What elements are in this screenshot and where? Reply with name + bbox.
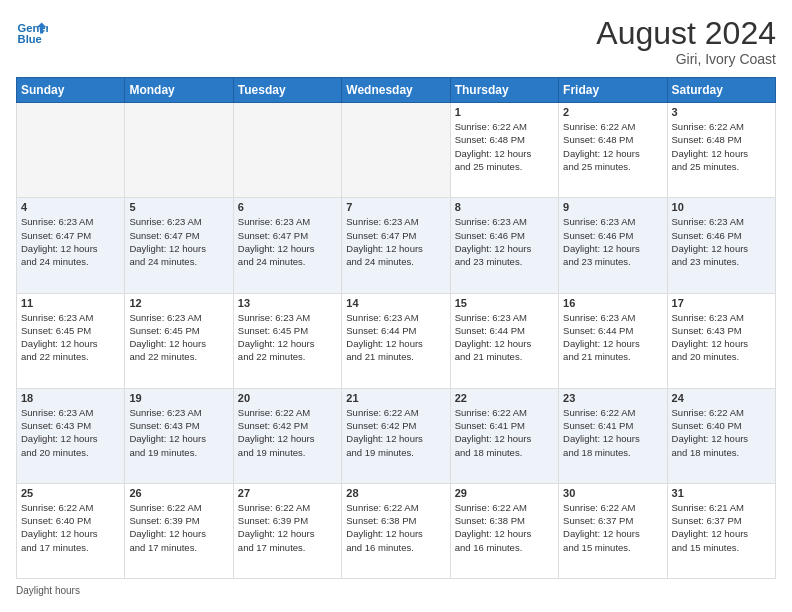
day-info: Sunrise: 6:22 AM Sunset: 6:38 PM Dayligh…: [346, 501, 445, 554]
day-info: Sunrise: 6:22 AM Sunset: 6:41 PM Dayligh…: [455, 406, 554, 459]
day-number: 19: [129, 392, 228, 404]
day-number: 15: [455, 297, 554, 309]
location: Giri, Ivory Coast: [596, 51, 776, 67]
calendar-cell: 29Sunrise: 6:22 AM Sunset: 6:38 PM Dayli…: [450, 483, 558, 578]
calendar-cell: 25Sunrise: 6:22 AM Sunset: 6:40 PM Dayli…: [17, 483, 125, 578]
day-number: 29: [455, 487, 554, 499]
day-info: Sunrise: 6:23 AM Sunset: 6:47 PM Dayligh…: [21, 215, 120, 268]
day-info: Sunrise: 6:23 AM Sunset: 6:43 PM Dayligh…: [672, 311, 771, 364]
calendar-cell: 15Sunrise: 6:23 AM Sunset: 6:44 PM Dayli…: [450, 293, 558, 388]
title-block: August 2024 Giri, Ivory Coast: [596, 16, 776, 67]
calendar-cell: [17, 103, 125, 198]
calendar-cell: [342, 103, 450, 198]
calendar-cell: 18Sunrise: 6:23 AM Sunset: 6:43 PM Dayli…: [17, 388, 125, 483]
day-info: Sunrise: 6:23 AM Sunset: 6:45 PM Dayligh…: [238, 311, 337, 364]
day-number: 20: [238, 392, 337, 404]
day-number: 10: [672, 201, 771, 213]
day-number: 3: [672, 106, 771, 118]
day-info: Sunrise: 6:22 AM Sunset: 6:41 PM Dayligh…: [563, 406, 662, 459]
calendar-cell: 21Sunrise: 6:22 AM Sunset: 6:42 PM Dayli…: [342, 388, 450, 483]
calendar-cell: 5Sunrise: 6:23 AM Sunset: 6:47 PM Daylig…: [125, 198, 233, 293]
day-info: Sunrise: 6:22 AM Sunset: 6:38 PM Dayligh…: [455, 501, 554, 554]
calendar-cell: 8Sunrise: 6:23 AM Sunset: 6:46 PM Daylig…: [450, 198, 558, 293]
calendar-cell: 28Sunrise: 6:22 AM Sunset: 6:38 PM Dayli…: [342, 483, 450, 578]
svg-text:General: General: [18, 22, 48, 34]
day-info: Sunrise: 6:22 AM Sunset: 6:48 PM Dayligh…: [672, 120, 771, 173]
day-info: Sunrise: 6:23 AM Sunset: 6:46 PM Dayligh…: [455, 215, 554, 268]
calendar-cell: [233, 103, 341, 198]
day-info: Sunrise: 6:23 AM Sunset: 6:47 PM Dayligh…: [238, 215, 337, 268]
calendar-cell: 31Sunrise: 6:21 AM Sunset: 6:37 PM Dayli…: [667, 483, 775, 578]
svg-text:Blue: Blue: [18, 33, 42, 45]
logo: General Blue: [16, 16, 48, 48]
daylight-label: Daylight hours: [16, 585, 80, 596]
calendar-cell: 6Sunrise: 6:23 AM Sunset: 6:47 PM Daylig…: [233, 198, 341, 293]
day-info: Sunrise: 6:22 AM Sunset: 6:40 PM Dayligh…: [672, 406, 771, 459]
day-number: 27: [238, 487, 337, 499]
day-info: Sunrise: 6:23 AM Sunset: 6:46 PM Dayligh…: [563, 215, 662, 268]
day-info: Sunrise: 6:23 AM Sunset: 6:45 PM Dayligh…: [21, 311, 120, 364]
calendar-cell: 12Sunrise: 6:23 AM Sunset: 6:45 PM Dayli…: [125, 293, 233, 388]
calendar-cell: 13Sunrise: 6:23 AM Sunset: 6:45 PM Dayli…: [233, 293, 341, 388]
calendar-cell: 22Sunrise: 6:22 AM Sunset: 6:41 PM Dayli…: [450, 388, 558, 483]
calendar-cell: 30Sunrise: 6:22 AM Sunset: 6:37 PM Dayli…: [559, 483, 667, 578]
day-info: Sunrise: 6:22 AM Sunset: 6:40 PM Dayligh…: [21, 501, 120, 554]
calendar-cell: 24Sunrise: 6:22 AM Sunset: 6:40 PM Dayli…: [667, 388, 775, 483]
day-info: Sunrise: 6:22 AM Sunset: 6:48 PM Dayligh…: [563, 120, 662, 173]
calendar-cell: 7Sunrise: 6:23 AM Sunset: 6:47 PM Daylig…: [342, 198, 450, 293]
calendar-week-row: 25Sunrise: 6:22 AM Sunset: 6:40 PM Dayli…: [17, 483, 776, 578]
day-number: 25: [21, 487, 120, 499]
calendar-cell: 2Sunrise: 6:22 AM Sunset: 6:48 PM Daylig…: [559, 103, 667, 198]
calendar-cell: 11Sunrise: 6:23 AM Sunset: 6:45 PM Dayli…: [17, 293, 125, 388]
day-number: 16: [563, 297, 662, 309]
day-info: Sunrise: 6:21 AM Sunset: 6:37 PM Dayligh…: [672, 501, 771, 554]
month-year: August 2024: [596, 16, 776, 51]
day-info: Sunrise: 6:23 AM Sunset: 6:43 PM Dayligh…: [21, 406, 120, 459]
logo-icon: General Blue: [16, 16, 48, 48]
calendar-cell: 26Sunrise: 6:22 AM Sunset: 6:39 PM Dayli…: [125, 483, 233, 578]
day-number: 5: [129, 201, 228, 213]
day-number: 8: [455, 201, 554, 213]
day-number: 7: [346, 201, 445, 213]
day-info: Sunrise: 6:23 AM Sunset: 6:44 PM Dayligh…: [346, 311, 445, 364]
day-info: Sunrise: 6:22 AM Sunset: 6:39 PM Dayligh…: [238, 501, 337, 554]
calendar-cell: 9Sunrise: 6:23 AM Sunset: 6:46 PM Daylig…: [559, 198, 667, 293]
calendar-week-row: 1Sunrise: 6:22 AM Sunset: 6:48 PM Daylig…: [17, 103, 776, 198]
day-info: Sunrise: 6:23 AM Sunset: 6:45 PM Dayligh…: [129, 311, 228, 364]
day-info: Sunrise: 6:23 AM Sunset: 6:43 PM Dayligh…: [129, 406, 228, 459]
calendar-table: SundayMondayTuesdayWednesdayThursdayFrid…: [16, 77, 776, 579]
calendar-week-row: 11Sunrise: 6:23 AM Sunset: 6:45 PM Dayli…: [17, 293, 776, 388]
calendar-cell: 27Sunrise: 6:22 AM Sunset: 6:39 PM Dayli…: [233, 483, 341, 578]
calendar-week-row: 18Sunrise: 6:23 AM Sunset: 6:43 PM Dayli…: [17, 388, 776, 483]
calendar-header-wednesday: Wednesday: [342, 78, 450, 103]
day-info: Sunrise: 6:23 AM Sunset: 6:47 PM Dayligh…: [346, 215, 445, 268]
day-info: Sunrise: 6:22 AM Sunset: 6:39 PM Dayligh…: [129, 501, 228, 554]
footer: Daylight hours: [16, 585, 776, 596]
day-number: 31: [672, 487, 771, 499]
calendar-cell: 16Sunrise: 6:23 AM Sunset: 6:44 PM Dayli…: [559, 293, 667, 388]
day-info: Sunrise: 6:23 AM Sunset: 6:44 PM Dayligh…: [563, 311, 662, 364]
calendar-cell: 3Sunrise: 6:22 AM Sunset: 6:48 PM Daylig…: [667, 103, 775, 198]
day-number: 30: [563, 487, 662, 499]
day-number: 28: [346, 487, 445, 499]
day-info: Sunrise: 6:23 AM Sunset: 6:44 PM Dayligh…: [455, 311, 554, 364]
day-info: Sunrise: 6:22 AM Sunset: 6:42 PM Dayligh…: [238, 406, 337, 459]
day-number: 26: [129, 487, 228, 499]
calendar-header-thursday: Thursday: [450, 78, 558, 103]
day-number: 12: [129, 297, 228, 309]
calendar-cell: 17Sunrise: 6:23 AM Sunset: 6:43 PM Dayli…: [667, 293, 775, 388]
day-number: 11: [21, 297, 120, 309]
calendar-header-friday: Friday: [559, 78, 667, 103]
day-number: 4: [21, 201, 120, 213]
calendar-cell: 20Sunrise: 6:22 AM Sunset: 6:42 PM Dayli…: [233, 388, 341, 483]
calendar-cell: 23Sunrise: 6:22 AM Sunset: 6:41 PM Dayli…: [559, 388, 667, 483]
calendar-cell: 1Sunrise: 6:22 AM Sunset: 6:48 PM Daylig…: [450, 103, 558, 198]
day-info: Sunrise: 6:22 AM Sunset: 6:37 PM Dayligh…: [563, 501, 662, 554]
day-number: 2: [563, 106, 662, 118]
calendar-cell: [125, 103, 233, 198]
day-number: 17: [672, 297, 771, 309]
day-number: 6: [238, 201, 337, 213]
calendar-cell: 4Sunrise: 6:23 AM Sunset: 6:47 PM Daylig…: [17, 198, 125, 293]
header: General Blue August 2024 Giri, Ivory Coa…: [16, 16, 776, 67]
day-number: 18: [21, 392, 120, 404]
